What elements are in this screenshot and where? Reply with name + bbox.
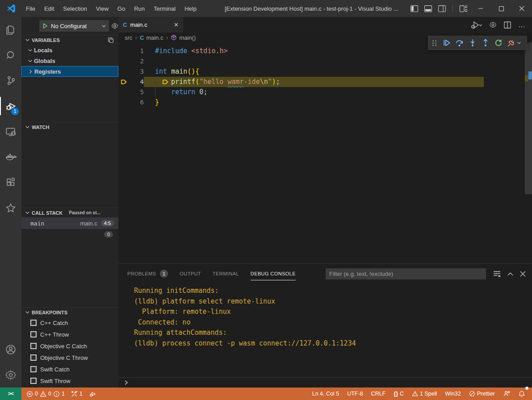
forwarded-ports-status[interactable]: 1: [69, 388, 85, 400]
breakpoint-row[interactable]: Objective C Catch: [21, 340, 118, 352]
code-line[interactable]: 2: [118, 56, 532, 67]
settings-gear-icon[interactable]: [0, 362, 21, 388]
checkbox-unchecked[interactable]: [30, 343, 37, 349]
toggle-sidebar-icon[interactable]: [411, 5, 418, 12]
line-number[interactable]: 4: [130, 77, 144, 87]
maximize-panel-icon[interactable]: [507, 272, 513, 276]
cursor-position[interactable]: Ln 4, Col 5: [310, 388, 341, 400]
encoding[interactable]: UTF-8: [345, 388, 365, 400]
remote-indicator[interactable]: ><: [0, 388, 21, 400]
step-into-icon[interactable]: [466, 37, 479, 49]
code-line[interactable]: 5 return 0;: [118, 87, 532, 97]
checkbox-unchecked[interactable]: [30, 366, 37, 372]
run-and-debug-icon[interactable]: 1: [0, 93, 21, 119]
checkbox-unchecked[interactable]: [30, 331, 37, 338]
breakpoint-row[interactable]: C++ Catch: [21, 317, 118, 329]
breakpoints-header[interactable]: BREAKPOINTS: [21, 307, 118, 317]
toggle-secondary-sidebar-icon[interactable]: [438, 5, 446, 12]
more-actions-icon[interactable]: …: [518, 21, 526, 29]
breakpoint-row[interactable]: Swift Catch: [21, 363, 118, 375]
menu-view[interactable]: View: [92, 0, 113, 17]
menu-selection[interactable]: Selection: [59, 0, 91, 17]
line-number[interactable]: 5: [130, 87, 144, 97]
tab-terminal[interactable]: TERMINAL: [213, 267, 239, 280]
code-line[interactable]: 4printf("hello wamr-ide\n");: [118, 77, 532, 87]
tab-output[interactable]: OUTPUT: [180, 267, 201, 280]
launch-json-gear-icon[interactable]: [111, 22, 118, 29]
checkbox-unchecked[interactable]: [30, 378, 37, 384]
formatter-status[interactable]: Prettier: [467, 388, 497, 400]
tab-main-c[interactable]: C main.c ✕: [118, 17, 183, 33]
launch-config-dropdown[interactable]: No Configurat: [39, 20, 109, 32]
menu-terminal[interactable]: Terminal: [149, 0, 180, 17]
disconnect-icon[interactable]: [505, 37, 518, 49]
eol-indicator[interactable]: CRLF: [369, 388, 388, 400]
variables-header[interactable]: VARIABLES: [21, 35, 118, 45]
explorer-icon[interactable]: [0, 17, 21, 42]
menu-go[interactable]: Go: [113, 0, 130, 17]
debug-status-icon[interactable]: [87, 388, 99, 400]
breakpoint-row[interactable]: Swift Throw: [21, 375, 118, 387]
source-control-icon[interactable]: [0, 68, 21, 93]
extensions-icon[interactable]: [0, 170, 21, 195]
stack-frame-row[interactable]: main main.c 4:5: [21, 217, 118, 229]
menu-edit[interactable]: Edit: [40, 0, 59, 17]
problems-status[interactable]: 0 0 1: [24, 388, 67, 400]
code-line[interactable]: 6}: [118, 97, 532, 108]
line-number[interactable]: 6: [130, 97, 144, 108]
variables-item-locals[interactable]: Locals: [21, 45, 118, 55]
glyph-margin[interactable]: [118, 46, 130, 56]
code-line[interactable]: 3int main(){: [118, 67, 532, 77]
drag-handle-icon[interactable]: [432, 40, 437, 46]
console-filter-input[interactable]: [326, 268, 486, 279]
breadcrumb-folder[interactable]: src: [125, 34, 132, 41]
toggle-panel-icon[interactable]: [424, 5, 432, 12]
glyph-margin[interactable]: [118, 97, 130, 108]
copy-icon[interactable]: [108, 37, 114, 43]
line-number[interactable]: 3: [130, 67, 144, 77]
menu-run[interactable]: Run: [130, 0, 149, 17]
current-line-arrow-icon[interactable]: [118, 77, 130, 87]
checkbox-unchecked[interactable]: [30, 354, 37, 361]
accounts-icon[interactable]: [0, 337, 21, 362]
clear-console-icon[interactable]: [493, 271, 501, 277]
feedback-person-icon[interactable]: [501, 388, 512, 400]
variables-item-registers[interactable]: Registers: [21, 66, 118, 77]
breakpoint-row[interactable]: C++ Throw: [21, 329, 118, 340]
variables-item-globals[interactable]: Globals: [21, 55, 118, 66]
menu-help[interactable]: Help: [180, 0, 201, 17]
notifications-bell-icon[interactable]: [516, 388, 528, 400]
search-icon[interactable]: [0, 42, 21, 68]
maximize-button[interactable]: [491, 0, 511, 17]
platform-target[interactable]: Win32: [443, 388, 463, 400]
favorites-star-icon[interactable]: [0, 195, 21, 221]
line-number[interactable]: 2: [130, 56, 144, 67]
remote-explorer-icon[interactable]: [0, 119, 21, 144]
step-out-icon[interactable]: [479, 37, 492, 49]
language-mode[interactable]: {} C: [391, 388, 406, 400]
glyph-margin[interactable]: [118, 67, 130, 77]
debug-console-input[interactable]: [118, 377, 532, 388]
editor-scrollbar[interactable]: [525, 42, 532, 194]
call-stack-header[interactable]: CALL STACK Paused on st...: [21, 208, 118, 217]
start-debug-icon[interactable]: [42, 23, 48, 29]
glyph-margin[interactable]: [118, 56, 130, 67]
docker-icon[interactable]: [0, 144, 21, 170]
glyph-margin[interactable]: [118, 87, 130, 97]
restart-icon[interactable]: [492, 37, 505, 49]
tab-problems[interactable]: PROBLEMS 1: [127, 267, 168, 280]
watch-header[interactable]: WATCH: [21, 122, 118, 132]
code-editor[interactable]: 1#include <stdio.h>23int main(){4printf(…: [118, 42, 532, 263]
tab-debug-console[interactable]: DEBUG CONSOLE: [251, 267, 296, 280]
close-window-button[interactable]: [511, 0, 532, 17]
line-number[interactable]: 1: [130, 46, 144, 56]
close-panel-icon[interactable]: [520, 271, 526, 277]
split-editor-icon[interactable]: [504, 21, 511, 29]
checkbox-unchecked[interactable]: [30, 320, 37, 326]
debug-console-output[interactable]: Running initCommands:(lldb) platform sel…: [118, 283, 532, 349]
breadcrumb-symbol[interactable]: main(): [171, 34, 196, 41]
run-or-debug-icon[interactable]: [470, 21, 482, 29]
continue-icon[interactable]: [440, 37, 453, 49]
customize-layout-icon[interactable]: [460, 5, 467, 12]
breadcrumb-file[interactable]: Cmain.c: [140, 34, 163, 41]
